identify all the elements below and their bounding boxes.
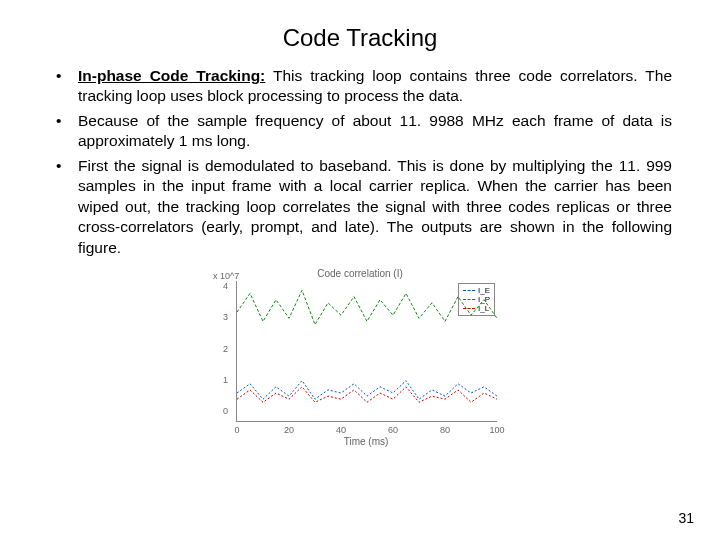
y-tick: 1 bbox=[223, 375, 228, 385]
chart-container: Code correlation (I) x 10^7 0 1 2 3 4 0 … bbox=[0, 268, 720, 447]
x-axis-label: Time (ms) bbox=[236, 436, 496, 447]
list-item: Because of the sample frequency of about… bbox=[48, 111, 672, 152]
x-tick: 60 bbox=[388, 425, 398, 435]
bullet-list: In-phase Code Tracking: This tracking lo… bbox=[48, 66, 672, 258]
y-tick: 0 bbox=[223, 406, 228, 416]
x-tick: 100 bbox=[489, 425, 504, 435]
page-number: 31 bbox=[678, 510, 694, 526]
x-tick: 20 bbox=[284, 425, 294, 435]
chart-plot-area: x 10^7 0 1 2 3 4 0 20 40 60 80 100 I_E I… bbox=[236, 281, 497, 422]
x-tick: 40 bbox=[336, 425, 346, 435]
bullet-text: Because of the sample frequency of about… bbox=[78, 112, 672, 149]
x-tick: 80 bbox=[440, 425, 450, 435]
bullet-bold: In-phase Code Tracking: bbox=[78, 67, 265, 84]
chart-title: Code correlation (I) bbox=[210, 268, 510, 279]
y-tick: 2 bbox=[223, 344, 228, 354]
y-exponent-label: x 10^7 bbox=[213, 271, 239, 281]
list-item: First the signal is demodulated to baseb… bbox=[48, 156, 672, 258]
bullet-text: First the signal is demodulated to baseb… bbox=[78, 157, 672, 256]
chart-lines bbox=[237, 281, 497, 421]
x-tick: 0 bbox=[234, 425, 239, 435]
y-tick: 4 bbox=[223, 281, 228, 291]
y-tick: 3 bbox=[223, 312, 228, 322]
list-item: In-phase Code Tracking: This tracking lo… bbox=[48, 66, 672, 107]
body-text: In-phase Code Tracking: This tracking lo… bbox=[0, 66, 720, 258]
page-title: Code Tracking bbox=[0, 0, 720, 66]
